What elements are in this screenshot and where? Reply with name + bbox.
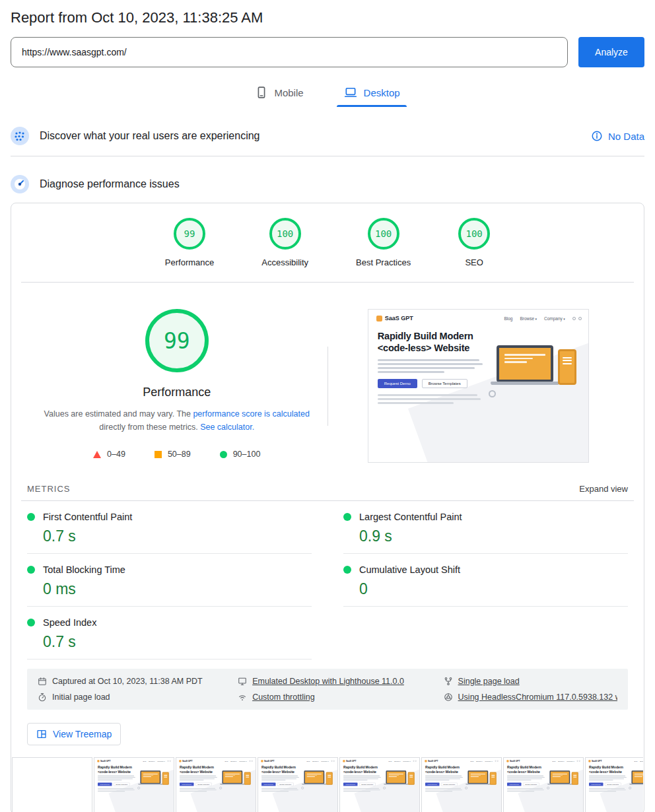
calendar-icon: [38, 677, 47, 686]
score-accessibility[interactable]: 100 Accessibility: [261, 218, 308, 267]
performance-detail-section: 99 Performance Values are estimated and …: [21, 283, 634, 481]
tab-mobile[interactable]: Mobile: [248, 83, 310, 107]
filmstrip-frame: SaaS GPT Blog Browse Company Rapidly Bui…: [421, 757, 502, 812]
site-mock-request-demo-button: Request Demo: [180, 783, 193, 786]
site-mock-browse-templates-button: Browse Templates: [441, 783, 458, 786]
score-calculation-link[interactable]: performance score is calculated: [193, 409, 309, 419]
performance-score-gauge: 99: [174, 218, 205, 250]
site-mock-logo: SaaS GPT: [343, 760, 356, 762]
url-input[interactable]: [11, 37, 568, 67]
see-calculator-link[interactable]: See calculator.: [200, 423, 254, 432]
performance-main-gauge[interactable]: 99: [145, 309, 209, 372]
site-mock-request-demo-button: Request Demo: [425, 783, 439, 786]
site-mock-illustration: [137, 764, 174, 805]
filmstrip-frame: SaaS GPT Blog Browse Company Rapidly Bui…: [585, 757, 643, 812]
real-users-icon: [11, 127, 29, 145]
legend-poor: 0–49: [93, 450, 125, 459]
site-mock-logo: SaaS GPT: [97, 760, 110, 762]
legend-good: 90–100: [220, 450, 261, 459]
site-mock-header-icons: [572, 317, 582, 320]
smartphone-icon: [255, 86, 268, 99]
metric-status-dot: [343, 513, 351, 521]
laptop-illustration: [222, 770, 244, 784]
metrics-header: METRICS Expand view: [21, 481, 634, 501]
site-mock: SaaS GPT Blog Browse Company Rapidly Bui…: [258, 758, 337, 812]
category-scores: 99 Performance 100 Accessibility 100 Bes…: [21, 209, 634, 283]
performance-gauge-column: 99 Performance Values are estimated and …: [26, 309, 328, 463]
view-treemap-button[interactable]: View Treemap: [27, 723, 121, 745]
filmstrip: SaaS GPT Blog Browse Company Rapidly Bui…: [12, 757, 643, 812]
filmstrip-frame: SaaS GPT Blog Browse Company Rapidly Bui…: [339, 757, 420, 812]
laptop-illustration: [140, 770, 162, 784]
site-mock-body: Rapidly Build Modern <code-less> Website…: [368, 325, 589, 441]
site-mock-header-icons: [250, 761, 253, 762]
site-mock-paragraph-2: [378, 394, 486, 404]
info-icon: [591, 130, 603, 142]
laptop-illustration: [631, 770, 643, 784]
site-mock-logo: SaaS GPT: [588, 760, 602, 762]
screenshot-column: SaaS GPT Blog Browse Company Rapidly Bui…: [328, 309, 629, 463]
site-mock-header: SaaS GPT Blog Browse Company: [586, 758, 643, 764]
meta-single-page-load[interactable]: Single page load: [444, 677, 617, 686]
site-mock-logo: SaaS GPT: [179, 760, 192, 762]
filmstrip-frame: SaaS GPT Blog Browse Company Rapidly Bui…: [94, 757, 174, 812]
site-mock-request-demo-button: Request Demo: [507, 783, 521, 786]
score-performance[interactable]: 99 Performance: [165, 218, 214, 267]
site-mock-paragraph: [378, 359, 486, 373]
site-mock-header-icons: [331, 761, 335, 762]
phone-illustration: [572, 772, 578, 784]
metric-total-blocking-time: Total Blocking Time 0 ms: [27, 554, 312, 607]
laptop-illustration: [304, 770, 326, 784]
metric-status-dot: [343, 566, 351, 574]
site-mock-browse-templates-button: Browse Templates: [422, 379, 467, 388]
site-mock-paragraph-2: [425, 788, 464, 792]
performance-gauge-title: Performance: [143, 386, 211, 399]
site-mock-request-demo-button: Request Demo: [98, 783, 112, 786]
analyze-button[interactable]: Analyze: [578, 37, 644, 67]
site-mock-browse-templates-button: Browse Templates: [359, 783, 376, 786]
phone-illustration: [408, 772, 415, 784]
site-mock-header-icons: [495, 761, 499, 762]
site-mock-paragraph-2: [261, 788, 300, 792]
site-mock-browse-templates-button: Browse Templates: [605, 783, 621, 786]
no-data-link[interactable]: No Data: [591, 130, 644, 142]
accessibility-score-gauge: 100: [269, 218, 301, 250]
site-mock-nav: Blog Browse Company: [635, 760, 643, 762]
site-mock-cta-row: Request Demo Browse Templates: [180, 783, 219, 786]
tab-desktop[interactable]: Desktop: [337, 83, 407, 107]
site-mock-browse-templates-button: Browse Templates: [114, 783, 130, 786]
filmstrip-frame: SaaS GPT Blog Browse Company Rapidly Bui…: [176, 757, 256, 812]
expand-view-link[interactable]: Expand view: [579, 484, 628, 494]
site-mock-nav: Blog Browse Company: [471, 760, 499, 762]
site-mock-paragraph: [425, 776, 464, 781]
laptop-illustration: [549, 770, 572, 784]
poor-triangle-icon: [93, 451, 101, 458]
score-best-practices[interactable]: 100 Best Practices: [356, 218, 411, 267]
site-mock-nav: Blog Browse Company: [225, 760, 253, 762]
psi-report-page: Report from Oct 10, 2023, 11:38:25 AM An…: [0, 0, 655, 812]
site-mock-logo-icon: [179, 760, 181, 762]
site-mock-paragraph: [180, 776, 219, 781]
desktop-icon: [238, 677, 247, 686]
meta-chromium-version[interactable]: Using HeadlessChromium 117.0.5938.132 wi…: [444, 693, 617, 702]
site-mock-logo-icon: [343, 760, 345, 762]
site-mock-illustration: [300, 764, 337, 805]
lab-data-section-header: Diagnose performance issues: [11, 175, 644, 193]
site-mock-body: Rapidly Build Modern <code-less> Website…: [340, 764, 419, 805]
site-mock-paragraph-2: [98, 788, 137, 792]
site-mock-heading: Rapidly Build Modern <code-less> Website: [589, 765, 628, 774]
site-mock-header: SaaS GPT Blog Browse Company: [340, 758, 419, 764]
metric-value: 0.7 s: [43, 527, 312, 545]
score-seo[interactable]: 100 SEO: [458, 218, 490, 267]
filmstrip-frame: SaaS GPT Blog Browse Company Rapidly Bui…: [258, 757, 338, 812]
score-disclaimer: Values are estimated and may vary. The p…: [38, 407, 316, 434]
site-mock-paragraph-2: [507, 788, 546, 792]
meta-emulated-device[interactable]: Emulated Desktop with Lighthouse 11.0.0: [238, 677, 435, 686]
page-screenshot: SaaS GPT Blog Browse Company Rapidly Bui…: [368, 309, 589, 463]
fork-icon: [444, 677, 453, 686]
filmstrip-frame: [12, 757, 92, 812]
meta-custom-throttling[interactable]: Custom throttling: [238, 693, 435, 702]
site-mock: SaaS GPT Blog Browse Company Rapidly Bui…: [94, 758, 174, 812]
seo-score-gauge: 100: [458, 218, 490, 250]
site-mock-request-demo-button: Request Demo: [261, 783, 275, 786]
